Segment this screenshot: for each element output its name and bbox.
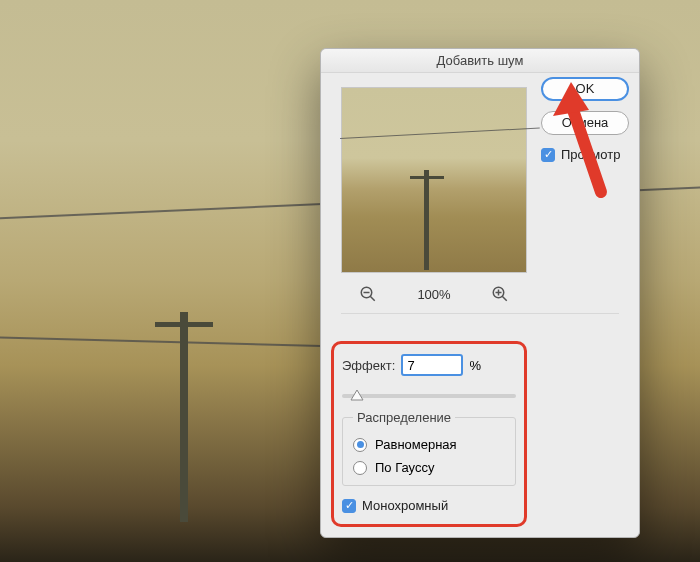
monochrome-label: Монохромный bbox=[362, 498, 448, 513]
radio-uniform[interactable]: Равномерная bbox=[353, 433, 505, 456]
add-noise-dialog: Добавить шум 100% OK Отмена Просмотр bbox=[320, 48, 640, 538]
zoom-bar: 100% bbox=[341, 285, 527, 303]
effect-slider[interactable] bbox=[342, 386, 516, 404]
radio-uniform-input[interactable] bbox=[353, 438, 367, 452]
preview-checkbox-label: Просмотр bbox=[561, 147, 620, 162]
preview-pane[interactable] bbox=[341, 87, 527, 273]
radio-gaussian-label: По Гауссу bbox=[375, 460, 434, 475]
divider bbox=[341, 313, 619, 314]
ok-button[interactable]: OK bbox=[541, 77, 629, 101]
effect-label: Эффект: bbox=[342, 358, 395, 373]
preview-detail bbox=[410, 176, 444, 179]
radio-uniform-label: Равномерная bbox=[375, 437, 457, 452]
dialog-title: Добавить шум bbox=[321, 49, 639, 73]
preview-detail bbox=[340, 128, 540, 139]
dialog-content: 100% OK Отмена Просмотр Эффект: % bbox=[321, 73, 639, 326]
effect-row: Эффект: % bbox=[342, 354, 516, 376]
radio-gaussian-input[interactable] bbox=[353, 461, 367, 475]
zoom-in-icon[interactable] bbox=[491, 285, 509, 303]
radio-gaussian[interactable]: По Гауссу bbox=[353, 456, 505, 479]
distribution-legend: Распределение bbox=[353, 410, 455, 425]
svg-line-1 bbox=[371, 296, 376, 301]
dialog-buttons: OK Отмена Просмотр bbox=[541, 77, 629, 164]
effect-unit: % bbox=[469, 358, 481, 373]
distribution-group: Распределение Равномерная По Гауссу bbox=[342, 410, 516, 486]
svg-marker-7 bbox=[351, 390, 363, 400]
zoom-out-icon[interactable] bbox=[359, 285, 377, 303]
bg-pole-cross bbox=[155, 322, 213, 327]
preview-detail bbox=[424, 170, 429, 270]
slider-track bbox=[342, 394, 516, 398]
bg-pole bbox=[180, 312, 188, 522]
preview-checkbox-row[interactable]: Просмотр bbox=[541, 145, 629, 164]
effect-input[interactable] bbox=[401, 354, 463, 376]
monochrome-checkbox[interactable] bbox=[342, 499, 356, 513]
cancel-button[interactable]: Отмена bbox=[541, 111, 629, 135]
monochrome-row[interactable]: Монохромный bbox=[342, 496, 516, 515]
document-canvas: Добавить шум 100% OK Отмена Просмотр bbox=[0, 0, 700, 562]
slider-thumb-icon[interactable] bbox=[350, 388, 364, 402]
svg-line-4 bbox=[502, 296, 507, 301]
zoom-percentage: 100% bbox=[417, 287, 450, 302]
preview-checkbox[interactable] bbox=[541, 148, 555, 162]
highlighted-settings-box: Эффект: % Распределение Равномерная bbox=[331, 341, 527, 527]
